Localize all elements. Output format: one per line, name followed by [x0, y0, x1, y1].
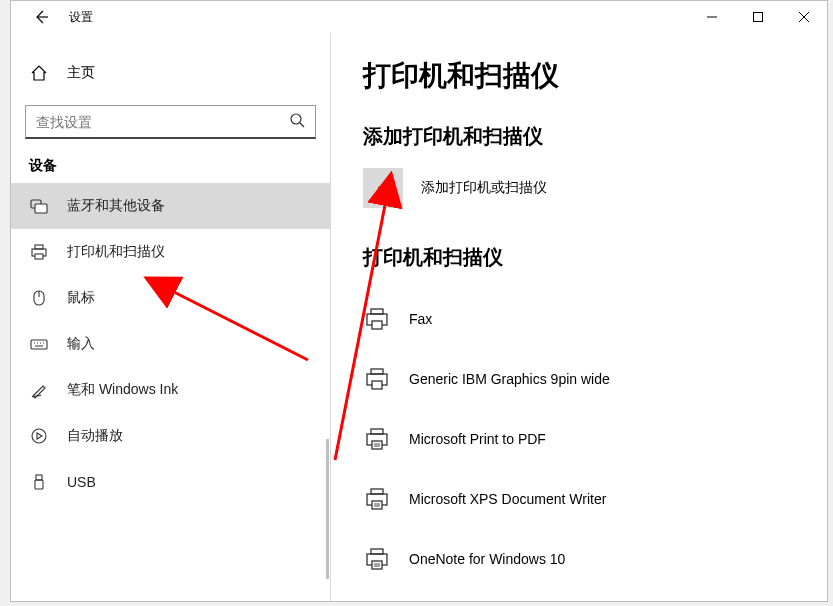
maximize-button[interactable]	[735, 1, 781, 33]
sidebar-item-mouse[interactable]: 鼠标	[11, 275, 330, 321]
search-icon	[289, 112, 305, 131]
onenote-printer-icon	[363, 545, 391, 573]
printer-label: Microsoft XPS Document Writer	[409, 491, 606, 507]
sidebar-item-printers[interactable]: 打印机和扫描仪	[11, 229, 330, 275]
search-input[interactable]	[36, 114, 289, 130]
printer-item[interactable]: Fax	[363, 289, 795, 349]
add-button-label: 添加打印机或扫描仪	[421, 179, 547, 197]
sidebar-item-label: 输入	[67, 335, 95, 353]
printer-label: OneNote for Windows 10	[409, 551, 565, 567]
printer-item[interactable]: Microsoft XPS Document Writer	[363, 469, 795, 529]
sidebar-item-label: 自动播放	[67, 427, 123, 445]
bluetooth-devices-icon	[29, 196, 49, 216]
nav-list: 蓝牙和其他设备 打印机和扫描仪 鼠标	[11, 183, 330, 601]
printer-label: Microsoft Print to PDF	[409, 431, 546, 447]
window-controls	[689, 1, 827, 33]
sidebar-item-bluetooth[interactable]: 蓝牙和其他设备	[11, 183, 330, 229]
settings-window: 设置 主页	[10, 0, 828, 602]
svg-rect-26	[372, 561, 382, 569]
printer-item[interactable]: 导出为WPS PDF	[363, 589, 795, 601]
window-body: 主页 设备 蓝牙和其他设备	[11, 33, 827, 601]
svg-rect-14	[372, 321, 382, 329]
pdf-printer-icon	[363, 425, 391, 453]
svg-rect-17	[372, 381, 382, 389]
svg-rect-10	[36, 475, 42, 480]
close-button[interactable]	[781, 1, 827, 33]
main-panel: 打印机和扫描仪 添加打印机和扫描仪 + 添加打印机或扫描仪 打印机和扫描仪 Fa…	[331, 33, 827, 601]
usb-icon	[29, 472, 49, 492]
sidebar-item-label: 打印机和扫描仪	[67, 243, 165, 261]
xps-printer-icon	[363, 485, 391, 513]
add-printer-row[interactable]: + 添加打印机或扫描仪	[363, 168, 795, 208]
svg-rect-11	[35, 480, 43, 489]
svg-rect-19	[371, 429, 383, 434]
sidebar: 主页 设备 蓝牙和其他设备	[11, 33, 331, 601]
sidebar-item-label: USB	[67, 474, 96, 490]
plus-icon: +	[377, 177, 389, 200]
printer-item[interactable]: Generic IBM Graphics 9pin wide	[363, 349, 795, 409]
mouse-icon	[29, 288, 49, 308]
sidebar-item-label: 鼠标	[67, 289, 95, 307]
sidebar-item-usb[interactable]: USB	[11, 459, 330, 505]
printer-item[interactable]: Microsoft Print to PDF	[363, 409, 795, 469]
svg-rect-23	[372, 501, 382, 509]
svg-rect-8	[31, 340, 47, 349]
svg-rect-5	[35, 245, 43, 249]
back-button[interactable]	[29, 5, 53, 29]
sidebar-item-label: 蓝牙和其他设备	[67, 197, 165, 215]
sidebar-item-pen[interactable]: 笔和 Windows Ink	[11, 367, 330, 413]
page-title: 打印机和扫描仪	[363, 57, 795, 95]
sidebar-item-label: 笔和 Windows Ink	[67, 381, 178, 399]
add-section-heading: 添加打印机和扫描仪	[363, 123, 795, 150]
sidebar-scrollbar[interactable]	[326, 439, 329, 579]
svg-rect-0	[754, 13, 763, 22]
printer-item[interactable]: OneNote for Windows 10	[363, 529, 795, 589]
sidebar-item-typing[interactable]: 输入	[11, 321, 330, 367]
svg-point-9	[32, 429, 46, 443]
printers-section-heading: 打印机和扫描仪	[363, 244, 795, 271]
pen-icon	[29, 380, 49, 400]
sidebar-item-autoplay[interactable]: 自动播放	[11, 413, 330, 459]
printer-icon	[29, 242, 49, 262]
category-label: 设备	[11, 157, 330, 183]
printer-label: Generic IBM Graphics 9pin wide	[409, 371, 610, 387]
home-icon	[29, 63, 49, 83]
home-label: 主页	[67, 64, 95, 82]
svg-rect-16	[371, 369, 383, 374]
svg-rect-6	[35, 254, 43, 259]
add-button[interactable]: +	[363, 168, 403, 208]
svg-rect-25	[371, 549, 383, 554]
minimize-button[interactable]	[689, 1, 735, 33]
fax-icon	[363, 305, 391, 333]
printer-label: Fax	[409, 311, 432, 327]
svg-rect-3	[35, 204, 47, 213]
search-box[interactable]	[25, 105, 316, 139]
svg-point-1	[291, 114, 301, 124]
svg-rect-20	[372, 441, 382, 449]
svg-rect-22	[371, 489, 383, 494]
autoplay-icon	[29, 426, 49, 446]
titlebar: 设置	[11, 1, 827, 33]
home-link[interactable]: 主页	[11, 53, 330, 93]
keyboard-icon	[29, 334, 49, 354]
window-title: 设置	[69, 9, 93, 26]
printer-device-icon	[363, 365, 391, 393]
svg-rect-13	[371, 309, 383, 314]
